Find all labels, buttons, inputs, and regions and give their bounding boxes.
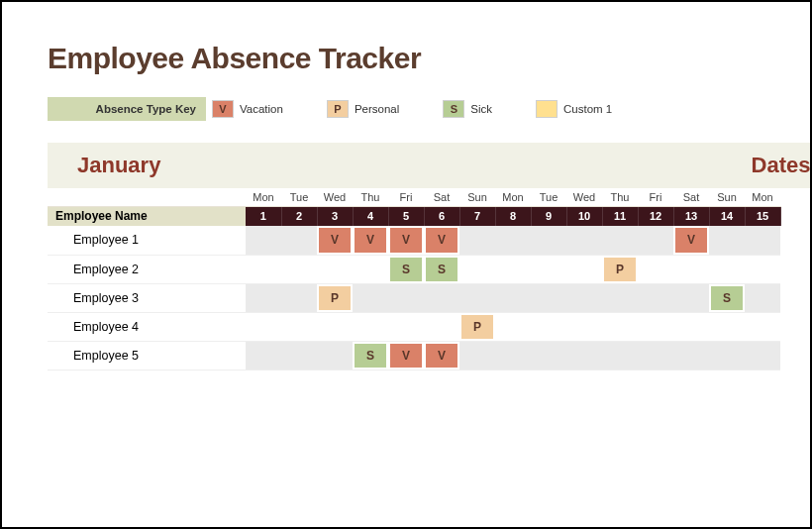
absence-cell[interactable]: [424, 312, 459, 341]
absence-cell[interactable]: [566, 341, 602, 370]
absence-cell[interactable]: [495, 341, 531, 370]
absence-cell[interactable]: V: [424, 226, 459, 255]
absence-mark: V: [426, 344, 457, 368]
absence-cell[interactable]: [638, 283, 673, 312]
weekday-header: Sat: [673, 188, 709, 206]
absence-mark: V: [319, 228, 351, 253]
absence-cell[interactable]: [745, 255, 780, 283]
absence-cell[interactable]: [638, 312, 673, 341]
absence-cell[interactable]: [745, 283, 780, 312]
absence-key-swatch: V: [212, 100, 234, 118]
weekday-header: Fri: [388, 188, 424, 206]
weekday-header: Sun: [709, 188, 745, 206]
absence-cell[interactable]: [531, 341, 566, 370]
absence-mark: P: [604, 258, 636, 281]
absence-cell[interactable]: P: [459, 312, 495, 341]
absence-cell[interactable]: [566, 283, 602, 312]
absence-mark: S: [426, 258, 457, 281]
absence-cell[interactable]: [566, 312, 602, 341]
daynum-header: 10: [566, 206, 602, 226]
absence-cell[interactable]: [745, 341, 780, 370]
blank-header: [48, 188, 246, 206]
absence-cell[interactable]: [495, 226, 531, 255]
absence-cell[interactable]: [246, 255, 281, 283]
absence-cell[interactable]: [566, 255, 602, 283]
absence-cell[interactable]: [281, 283, 317, 312]
absence-cell[interactable]: [281, 255, 317, 283]
absence-cell[interactable]: [246, 283, 281, 312]
absence-cell[interactable]: [317, 255, 353, 283]
absence-cell[interactable]: V: [353, 226, 388, 255]
absence-cell[interactable]: [531, 312, 566, 341]
absence-cell[interactable]: [531, 255, 566, 283]
absence-cell[interactable]: S: [388, 255, 424, 283]
dates-heading: Dates o: [752, 153, 812, 178]
absence-cell[interactable]: S: [424, 255, 459, 283]
absence-key-item: Custom 1: [530, 97, 650, 121]
absence-cell[interactable]: [353, 312, 388, 341]
absence-cell[interactable]: [317, 341, 353, 370]
absence-cell[interactable]: [459, 226, 495, 255]
absence-cell[interactable]: V: [388, 341, 424, 370]
absence-mark: V: [390, 228, 422, 253]
absence-cell[interactable]: [709, 312, 745, 341]
absence-cell[interactable]: [745, 226, 780, 255]
absence-key-label: Custom 1: [563, 103, 640, 115]
absence-cell[interactable]: [673, 341, 709, 370]
absence-cell[interactable]: [531, 226, 566, 255]
absence-key-swatch: [536, 100, 558, 118]
absence-cell[interactable]: [566, 226, 602, 255]
absence-cell[interactable]: [602, 312, 638, 341]
absence-cell[interactable]: [424, 283, 459, 312]
absence-cell[interactable]: [281, 341, 317, 370]
absence-cell[interactable]: [673, 255, 709, 283]
absence-cell[interactable]: [602, 283, 638, 312]
absence-cell[interactable]: [709, 341, 745, 370]
absence-cell[interactable]: [317, 312, 353, 341]
absence-cell[interactable]: [495, 283, 531, 312]
absence-cell[interactable]: [353, 255, 388, 283]
absence-cell[interactable]: [745, 312, 780, 341]
absence-cell[interactable]: P: [602, 255, 638, 283]
absence-cell[interactable]: [246, 312, 281, 341]
absence-cell[interactable]: S: [709, 283, 745, 312]
weekday-header: Thu: [353, 188, 388, 206]
absence-cell[interactable]: [246, 226, 281, 255]
table-row: Employee 1VVVVV: [48, 226, 780, 255]
absence-mark: V: [426, 228, 457, 253]
absence-cell[interactable]: [388, 283, 424, 312]
absence-key-label: Vacation: [240, 103, 311, 115]
absence-cell[interactable]: [459, 283, 495, 312]
absence-cell[interactable]: [709, 255, 745, 283]
tracker-sheet: January Dates o MonTueWedThuFriSatSunMon…: [48, 143, 810, 370]
absence-cell[interactable]: V: [424, 341, 459, 370]
absence-cell[interactable]: P: [317, 283, 353, 312]
absence-cell[interactable]: [353, 283, 388, 312]
absence-cell[interactable]: [495, 312, 531, 341]
absence-key-item: VVacation: [206, 97, 321, 121]
absence-cell[interactable]: [281, 226, 317, 255]
absence-cell[interactable]: [459, 255, 495, 283]
absence-cell[interactable]: V: [388, 226, 424, 255]
absence-cell[interactable]: [709, 226, 745, 255]
document-page: Employee Absence Tracker Absence Type Ke…: [0, 0, 812, 529]
absence-mark: V: [390, 344, 422, 368]
absence-cell[interactable]: [638, 226, 673, 255]
absence-cell[interactable]: [673, 312, 709, 341]
absence-cell[interactable]: S: [353, 341, 388, 370]
absence-cell[interactable]: [602, 226, 638, 255]
absence-cell[interactable]: [638, 341, 673, 370]
absence-cell[interactable]: [281, 312, 317, 341]
absence-cell[interactable]: [459, 341, 495, 370]
absence-cell[interactable]: [495, 255, 531, 283]
absence-cell[interactable]: [673, 283, 709, 312]
absence-cell[interactable]: [388, 312, 424, 341]
daynum-header: 3: [317, 206, 353, 226]
absence-cell[interactable]: [531, 283, 566, 312]
absence-cell[interactable]: [602, 341, 638, 370]
absence-cell[interactable]: [638, 255, 673, 283]
absence-cell[interactable]: V: [673, 226, 709, 255]
absence-cell[interactable]: [246, 341, 281, 370]
weekday-header: Tue: [281, 188, 317, 206]
absence-cell[interactable]: V: [317, 226, 353, 255]
